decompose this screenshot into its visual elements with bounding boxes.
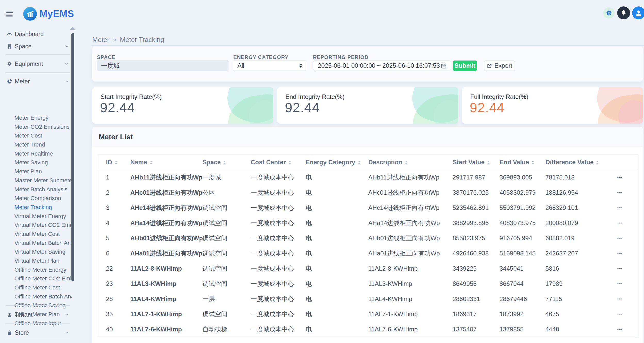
sidebar-item-meter[interactable]: Meter: [0, 76, 75, 87]
sidebar-subitem[interactable]: Meter Comparison: [14, 194, 72, 203]
cell-name: AHc14进线柜正向有功Wp: [130, 200, 203, 216]
cell-id: 40: [97, 322, 130, 337]
submit-button[interactable]: Submit: [453, 61, 477, 71]
cell-start-value: 1375407: [453, 322, 500, 337]
settings-button[interactable]: [603, 7, 615, 19]
cell-space: 调试空间: [203, 276, 251, 291]
space-input[interactable]: [97, 61, 229, 71]
sort-carets-icon: [288, 161, 291, 165]
sidebar-subitem[interactable]: Meter Energy: [14, 114, 72, 123]
cell-difference-value: 17989: [546, 276, 616, 291]
sidebar-subitem[interactable]: Meter Cost: [14, 131, 72, 140]
sidebar-subitem[interactable]: Meter Trend: [14, 140, 72, 149]
row-menu-button[interactable]: [616, 266, 624, 271]
cell-cost-center: 一度城成本中心: [251, 307, 306, 322]
divider: [6, 323, 70, 324]
sidebar-subitem[interactable]: Master Meter Submeters Balance: [14, 176, 72, 185]
column-header[interactable]: Space: [203, 155, 251, 170]
sidebar-subitem[interactable]: Virtual Meter Saving: [14, 247, 72, 256]
sidebar-subitem[interactable]: Offline Meter Energy: [14, 265, 72, 275]
cell-actions: [616, 276, 638, 291]
user-icon: [635, 9, 642, 17]
row-menu-button[interactable]: [616, 327, 624, 332]
table-row: 23 11AL3-KWHimp 调试空间 一度城成本中心 电 11AL3-KWH…: [97, 276, 638, 291]
sidebar-item-space[interactable]: Space: [0, 41, 75, 52]
sidebar-subitem[interactable]: Virtual Meter Energy: [14, 212, 72, 221]
column-header[interactable]: Description: [368, 155, 453, 170]
table-row: 40 11AL7-6-KWHimp 自动扶梯 一度城成本中心 电 11AL7-6…: [97, 322, 638, 337]
cell-id: 1: [97, 170, 130, 185]
brand-name: MyEMS: [39, 8, 74, 19]
row-menu-button[interactable]: [616, 190, 624, 195]
column-header[interactable]: Energy Category: [306, 155, 368, 170]
sidebar-subitem[interactable]: Offline Meter Batch Analysis: [14, 292, 72, 301]
sidebar-subitem[interactable]: Offline Meter Cost: [14, 283, 72, 292]
row-menu-button[interactable]: [616, 175, 624, 180]
sidebar-item-tenant[interactable]: Tenant: [0, 309, 75, 320]
cell-actions: [616, 307, 638, 322]
cell-actions: [616, 322, 638, 337]
user-avatar-button[interactable]: [632, 6, 644, 19]
sidebar-scrollbar-thumb[interactable]: [71, 33, 74, 281]
space-filter-label: SPACE: [97, 54, 115, 60]
stat-card-value: 92.44: [470, 100, 505, 115]
export-button-label: Export: [494, 62, 512, 69]
sidebar-subitem[interactable]: Meter Realtime: [14, 149, 72, 158]
cell-difference-value: 5816: [546, 261, 616, 276]
sidebar-item-equipment[interactable]: Equipment: [0, 58, 75, 70]
sidebar-scroll-up-arrow[interactable]: [70, 27, 75, 30]
column-header[interactable]: End Value: [500, 155, 546, 170]
sidebar-subitem[interactable]: Meter Plan: [14, 167, 72, 176]
column-header[interactable]: ID: [97, 155, 130, 170]
row-menu-button[interactable]: [616, 251, 624, 256]
sidebar-subitem[interactable]: Meter Batch Analysis: [14, 185, 72, 194]
cell-name: AHa01进线柜正向有功Wp: [130, 246, 203, 261]
breadcrumb-meter[interactable]: Meter: [92, 36, 109, 44]
stat-card-value: 92.44: [285, 100, 320, 115]
sidebar-subitem[interactable]: Virtual Meter Batch Analysis: [14, 239, 72, 248]
cell-name: 11AL7-6-KWHimp: [130, 322, 203, 337]
calendar-icon[interactable]: [441, 63, 447, 71]
row-menu-button[interactable]: [616, 296, 624, 302]
sidebar-subitem[interactable]: Virtual Meter Plan: [14, 256, 72, 265]
reporting-period-input[interactable]: 2025-06-01 00:00:00 ~ 2025-06-10 16:07:5…: [313, 61, 451, 71]
stat-card: Start Integrity Rate(%) 92.44: [92, 87, 273, 124]
sort-carets-icon: [358, 161, 360, 165]
sidebar-subitem[interactable]: Virtual Meter Cost: [14, 230, 72, 239]
cell-space: 调试空间: [203, 200, 251, 216]
hamburger-menu-button[interactable]: [6, 12, 13, 16]
logo[interactable]: MyEMS: [23, 7, 74, 21]
sidebar-item-dashboard[interactable]: Dashboard: [0, 28, 75, 40]
cell-space: 调试空间: [203, 216, 251, 231]
notifications-button[interactable]: [617, 6, 630, 19]
topbar-actions: [603, 0, 644, 26]
column-header[interactable]: Start Value: [453, 155, 500, 170]
stat-card-label: End Integrity Rate(%): [285, 93, 344, 100]
column-header-label: Description: [368, 159, 402, 166]
column-header[interactable]: Cost Center: [251, 155, 306, 170]
row-menu-button[interactable]: [616, 205, 624, 211]
sidebar-subitem[interactable]: Meter Saving: [14, 158, 72, 167]
cell-actions: [616, 216, 638, 231]
cell-energy-category: 电: [306, 246, 368, 261]
column-header[interactable]: Difference Value: [546, 155, 616, 170]
cell-end-value: 369893.005: [500, 170, 546, 185]
row-menu-button[interactable]: [616, 281, 624, 287]
row-menu-button[interactable]: [616, 236, 624, 241]
sidebar-subitem[interactable]: Meter Tracking: [14, 203, 72, 212]
row-menu-button[interactable]: [616, 312, 624, 317]
cell-id: 5: [97, 231, 130, 246]
cell-cost-center: 一度城成本中心: [251, 246, 306, 261]
cell-actions: [616, 185, 638, 200]
sort-carets-icon: [150, 161, 152, 165]
export-button[interactable]: Export: [484, 61, 515, 71]
row-menu-button[interactable]: [616, 220, 624, 226]
column-header[interactable]: Name: [130, 155, 203, 170]
sidebar-subitem[interactable]: Offline Meter CO2 Emissions: [14, 274, 72, 283]
cell-end-value: 1873992: [500, 307, 546, 322]
energy-category-select[interactable]: All: [233, 61, 306, 71]
sidebar-subitem[interactable]: Meter CO2 Emissions: [14, 123, 72, 132]
sidebar-item-store[interactable]: Store: [0, 327, 75, 338]
cell-end-value: 28679446: [500, 291, 546, 307]
sidebar-subitem[interactable]: Virtual Meter CO2 Emissions: [14, 221, 72, 230]
